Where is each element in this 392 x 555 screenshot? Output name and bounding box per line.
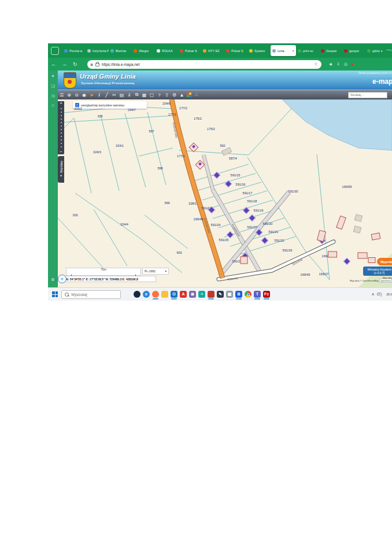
virtual-assistant-badge[interactable]: Wirtualny Asystent (v 0.3.7) — [363, 267, 392, 276]
tray-chevron-icon[interactable]: ∧ — [371, 292, 374, 297]
browser-tab[interactable]: Geopor — [319, 45, 342, 56]
browser-tab[interactable]: NTY EZ — [201, 45, 224, 56]
quill-icon[interactable]: ✎ — [217, 291, 224, 298]
all-layers-checkbox[interactable]: ✓ — [75, 103, 79, 107]
chrome-icon[interactable] — [245, 291, 252, 298]
browser-tab[interactable]: Polcar S — [178, 45, 201, 56]
zoom-in-button[interactable]: ⊕ — [65, 92, 73, 98]
firefox-view-icon[interactable] — [51, 47, 59, 55]
bookmarks-icon[interactable]: ❏ — [48, 84, 58, 88]
layers-button[interactable]: ☰ — [58, 92, 65, 98]
filezilla-icon[interactable]: Fz — [263, 291, 270, 298]
url-bar[interactable]: ◙ https://linia.e-mapa.net ☆ — [87, 60, 321, 69]
browser-dark-icon[interactable] — [134, 291, 140, 298]
browser-tab[interactable]: Bieżnia — [109, 45, 132, 56]
locate-button[interactable]: ✛ — [58, 275, 66, 283]
zoom-out-control[interactable]: − — [60, 150, 62, 154]
shield-icon[interactable]: ◙ — [91, 62, 93, 66]
layers-panel-tab[interactable]: ▾ Warstwy — [58, 156, 64, 183]
outlook-icon[interactable]: O — [171, 291, 177, 298]
zoom-out-button[interactable]: ⊖ — [73, 92, 80, 98]
forward-button[interactable]: → — [62, 61, 67, 67]
building-footprint[interactable] — [328, 251, 337, 258]
profile-dot-icon[interactable]: ● — [352, 62, 354, 67]
download-button[interactable]: ⇓ — [125, 92, 133, 98]
tab-title: ROLKA — [162, 49, 173, 53]
browser-tab[interactable]: geopor — [342, 45, 365, 56]
help-button[interactable]: ? — [156, 92, 163, 98]
teams-icon[interactable]: T — [254, 291, 261, 298]
tab-title: Inżynieria Pr — [93, 49, 109, 53]
browser-tab[interactable]: Allegro — [132, 45, 155, 56]
winrar-icon[interactable]: ≣ — [189, 291, 196, 298]
tray-clock[interactable]: 28.0 — [384, 293, 392, 296]
reload-button[interactable]: ↻ — [73, 61, 77, 67]
tab-title: NTY EZ — [208, 49, 219, 53]
browser-tab[interactable]: Poczta w — [62, 45, 86, 56]
print-button[interactable]: ▤ — [118, 92, 125, 98]
tools-icon[interactable]: ✦ — [48, 74, 58, 79]
building-footprint[interactable] — [241, 257, 248, 264]
back-button[interactable]: ← — [51, 61, 56, 67]
firefox-icon[interactable] — [152, 291, 159, 298]
browser-tab[interactable]: ROLKA — [155, 45, 178, 56]
pointer-button[interactable]: ➤ — [88, 92, 95, 98]
browser-tab[interactable]: print sc — [296, 45, 319, 56]
search-input[interactable] — [348, 92, 387, 98]
apps-grid-button[interactable] — [187, 92, 191, 97]
protection-icon[interactable]: ◈ — [330, 62, 332, 66]
copy-button[interactable]: ⧉ — [133, 92, 140, 98]
analysis-button[interactable]: ▲ — [178, 92, 186, 98]
url-text[interactable]: https://linia.e-mapa.net — [102, 62, 312, 66]
star-icon[interactable]: ☆ — [48, 103, 58, 108]
parcel-label: 600 — [176, 251, 182, 254]
building-footprint[interactable] — [368, 257, 376, 263]
assistant-try-button[interactable]: Wypróbuj — [377, 258, 392, 265]
select-button[interactable]: ◉ — [80, 92, 88, 98]
zoom-levels[interactable] — [61, 106, 62, 150]
calculator-icon[interactable]: ▦ — [226, 291, 233, 298]
more-button[interactable]: ∴ — [193, 92, 200, 98]
taskbar-search[interactable]: Wyszukaj — [61, 290, 121, 299]
explorer-icon[interactable] — [161, 291, 168, 298]
browser-tab[interactable]: Linia× — [271, 45, 296, 56]
browser-tab[interactable]: gdzie s — [365, 45, 389, 56]
parcel-label: 591/25 — [219, 238, 229, 242]
bitwarden-icon[interactable]: B — [235, 291, 242, 298]
map-canvas[interactable]: + − ▾ Warstwy ✓ uwzględniaj wszystkie wa… — [58, 99, 392, 287]
nav-right-icons: ◈⇩◎● — [330, 62, 354, 67]
layers-tab-arrow: ▾ — [60, 174, 63, 177]
zoom-in-control[interactable]: + — [60, 101, 62, 106]
building-footprint[interactable] — [358, 253, 368, 259]
crs-selector[interactable]: PL-1992 ▾ — [142, 268, 169, 275]
browser-tab[interactable]: System — [247, 45, 271, 56]
panels-button[interactable]: ▦ — [140, 92, 148, 98]
downloads-icon[interactable]: ⇩ — [336, 62, 340, 66]
pdf-app-icon[interactable] — [208, 291, 215, 298]
tab-close-icon[interactable]: × — [292, 49, 294, 53]
zoom-slider[interactable]: + − — [58, 101, 64, 154]
history-icon[interactable]: ◷ — [48, 94, 58, 98]
system-tray[interactable]: ∧ ∅) 28.0 — [371, 292, 392, 297]
minimize-button[interactable]: — — [386, 47, 391, 52]
info-button[interactable]: i — [95, 92, 103, 98]
settings-button[interactable]: ⚙ — [171, 92, 178, 98]
taskbar-apps: eOA≣≡✎▦BTFz — [134, 291, 270, 298]
account-icon[interactable]: ◎ — [344, 62, 347, 66]
settings-gear-icon[interactable]: ⚙ — [48, 278, 58, 282]
bookmark-star-icon[interactable]: ☆ — [314, 62, 317, 66]
start-button[interactable] — [52, 291, 58, 297]
tab-title: Polcar S — [231, 49, 243, 53]
volume-icon[interactable]: ∅) — [377, 292, 382, 297]
browser-tab[interactable]: Inżynieria Pr — [86, 45, 109, 56]
upload-button[interactable]: ⇧ — [163, 92, 171, 98]
chat-button[interactable]: ▢ — [148, 92, 156, 98]
tab-favicon — [87, 49, 91, 53]
cut-button[interactable]: ✂ — [110, 92, 118, 98]
all-layers-checkbox-label: uwzględniaj wszystkie warstwy — [81, 103, 124, 107]
edge-icon[interactable]: e — [143, 291, 150, 298]
acrobat-icon[interactable]: A — [180, 291, 187, 298]
measure-button[interactable]: ╱ — [103, 92, 110, 98]
notes-teal-icon[interactable]: ≡ — [198, 291, 205, 298]
browser-tab[interactable]: Polcar S — [224, 45, 247, 56]
